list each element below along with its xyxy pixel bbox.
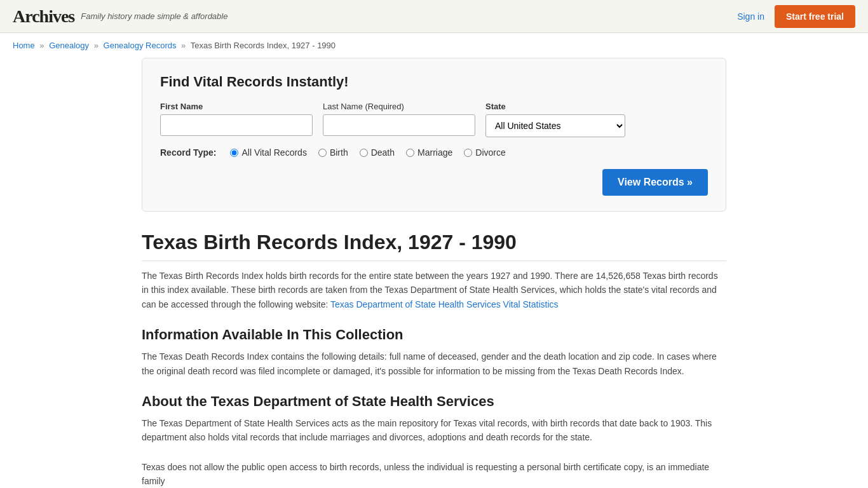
breadcrumb-current: Texas Birth Records Index, 1927 - 1990: [191, 41, 336, 50]
section1-heading: Information Available In This Collection: [142, 327, 726, 343]
search-box: Find Vital Records Instantly! First Name…: [142, 58, 726, 212]
header-right: Sign in Start free trial: [737, 5, 855, 28]
first-name-input[interactable]: [160, 114, 313, 136]
radio-birth-label: Birth: [330, 147, 348, 158]
breadcrumb-home[interactable]: Home: [13, 41, 35, 50]
breadcrumb-sep-3: »: [181, 41, 186, 50]
record-type-marriage[interactable]: Marriage: [406, 147, 452, 158]
header-left: Archives Family history made simple & af…: [13, 6, 227, 27]
radio-marriage-label: Marriage: [417, 147, 452, 158]
state-group: State All United StatesAlabamaAlaskaAriz…: [485, 102, 625, 137]
sign-in-link[interactable]: Sign in: [737, 11, 764, 22]
radio-death[interactable]: [360, 149, 368, 157]
required-indicator: (Required): [365, 102, 404, 111]
start-trial-button[interactable]: Start free trial: [775, 5, 855, 28]
radio-all[interactable]: [230, 149, 238, 157]
radio-divorce[interactable]: [464, 149, 472, 157]
intro-text: The Texas Birth Records Index holds birt…: [142, 269, 726, 311]
header: Archives Family history made simple & af…: [0, 0, 868, 33]
record-type-row: Record Type: All Vital Records Birth Dea…: [160, 147, 708, 158]
radio-birth[interactable]: [318, 149, 327, 157]
record-type-death[interactable]: Death: [360, 147, 395, 158]
radio-death-label: Death: [371, 147, 395, 158]
intro-link[interactable]: Texas Department of State Health Service…: [330, 299, 558, 309]
record-type-all[interactable]: All Vital Records: [230, 147, 306, 158]
first-name-group: First Name: [160, 102, 313, 137]
last-name-label: Last Name (Required): [323, 102, 475, 111]
view-records-button[interactable]: View Records »: [602, 169, 708, 196]
breadcrumb-sep-2: »: [94, 41, 98, 50]
section2-heading: About the Texas Department of State Heal…: [142, 393, 726, 410]
page-title: Texas Birth Records Index, 1927 - 1990: [142, 231, 726, 261]
search-title: Find Vital Records Instantly!: [160, 74, 708, 90]
section1-text: The Texas Death Records Index contains t…: [142, 349, 726, 378]
last-name-group: Last Name (Required): [323, 102, 475, 137]
logo: Archives: [13, 6, 74, 27]
record-type-birth[interactable]: Birth: [318, 147, 348, 158]
logo-tagline: Family history made simple & affordable: [81, 11, 227, 21]
radio-all-label: All Vital Records: [241, 147, 306, 158]
first-name-label: First Name: [160, 102, 313, 111]
breadcrumb-genealogy-records[interactable]: Genealogy Records: [104, 41, 177, 50]
state-select[interactable]: All United StatesAlabamaAlaskaArizonaArk…: [485, 114, 625, 137]
breadcrumb-sep-1: »: [39, 41, 44, 50]
radio-marriage[interactable]: [406, 149, 414, 157]
breadcrumb: Home » Genealogy » Genealogy Records » T…: [0, 33, 868, 58]
section3-text: Texas does not allow the public open acc…: [142, 460, 726, 488]
search-btn-row: View Records »: [160, 169, 708, 196]
main-content: Find Vital Records Instantly! First Name…: [129, 58, 739, 488]
radio-divorce-label: Divorce: [475, 147, 505, 158]
state-label: State: [485, 102, 625, 111]
section2-text: The Texas Department of State Health Ser…: [142, 416, 726, 445]
breadcrumb-genealogy[interactable]: Genealogy: [49, 41, 89, 50]
last-name-input[interactable]: [323, 114, 475, 136]
search-fields: First Name Last Name (Required) State Al…: [160, 102, 708, 137]
record-type-label: Record Type:: [160, 147, 216, 158]
record-type-divorce[interactable]: Divorce: [464, 147, 505, 158]
